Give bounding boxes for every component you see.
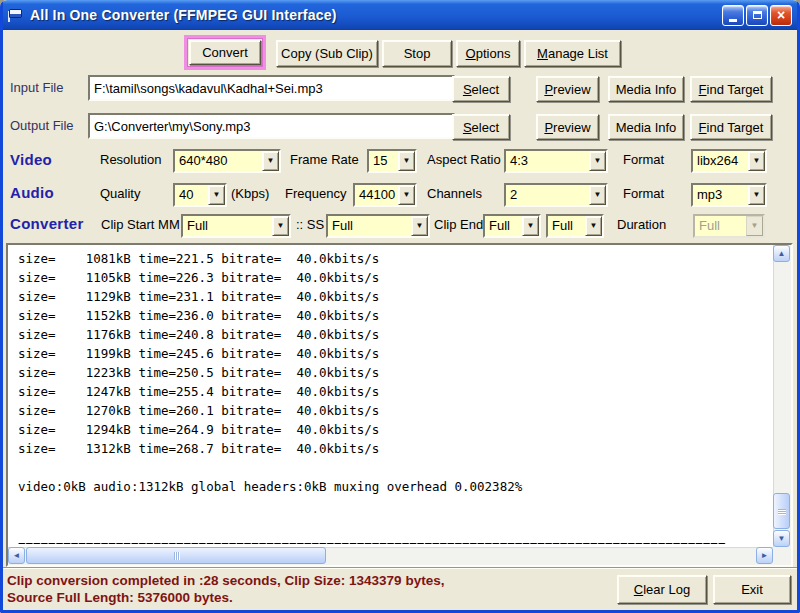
input-preview-button[interactable]: Preview [536,76,599,102]
dropdown-arrow-button[interactable]: ▼ [589,151,606,171]
window-title: All In One Converter (FFMPEG GUI Interfa… [30,7,722,23]
horizontal-scrollbar[interactable]: ◄ ► [8,547,773,565]
thumb-grip-icon [174,552,179,560]
clear-log-button[interactable]: Clear Log [617,575,707,604]
horizontal-scroll-thumb[interactable] [26,547,326,564]
frame-rate-select[interactable]: 15 ▼ [367,149,417,173]
convert-button[interactable]: Convert [189,40,261,65]
dropdown-arrow-button[interactable]: ▼ [748,151,765,171]
convert-highlight: Convert [184,35,266,70]
quality-select[interactable]: 40 ▼ [173,183,227,207]
dropdown-arrow-button[interactable]: ▼ [748,185,765,205]
copy-sub-clip-button[interactable]: Copy (Sub Clip) [276,40,378,67]
statusbar: Clip conversion completed in :28 seconds… [3,568,797,610]
audio-format-label: Format [623,186,664,201]
chevron-down-icon: ▼ [753,191,761,199]
output-file-label: Output File [10,118,74,133]
clip-end-ss-select[interactable]: Full ▼ [546,214,604,238]
thumb-grip-icon [778,509,786,514]
output-media-info-button[interactable]: Media Info [608,114,684,140]
chevron-down-icon: ▼ [594,191,602,199]
vertical-scrollbar[interactable]: ▲ ▼ [773,245,791,547]
video-format-label: Format [623,152,664,167]
status-text: Clip conversion completed in :28 seconds… [7,572,444,606]
chevron-right-icon: ► [761,552,769,560]
scroll-down-button[interactable]: ▼ [773,530,790,547]
scroll-left-button[interactable]: ◄ [8,547,25,564]
scroll-up-button[interactable]: ▲ [773,245,790,262]
ss-label: :: SS [296,217,324,232]
chevron-left-icon: ◄ [13,552,21,560]
titlebar[interactable]: All In One Converter (FFMPEG GUI Interfa… [0,0,800,30]
exit-button[interactable]: Exit [713,575,791,604]
chevron-down-icon: ▼ [527,222,535,230]
dropdown-arrow-button[interactable]: ▼ [272,216,289,236]
resolution-select[interactable]: 640*480 ▼ [173,149,281,173]
duration-select: Full ▼ [693,214,765,238]
dropdown-arrow-button[interactable]: ▼ [398,185,415,205]
chevron-down-icon: ▼ [403,157,411,165]
status-line-1: Clip conversion completed in :28 seconds… [7,572,444,589]
dropdown-arrow-button[interactable]: ▼ [585,216,602,236]
frequency-select[interactable]: 44100 ▼ [353,183,417,207]
dropdown-arrow-button[interactable]: ▼ [262,151,279,171]
output-file-field[interactable] [88,113,455,139]
resolution-label: Resolution [100,152,161,167]
stop-button[interactable]: Stop [382,40,452,67]
chevron-down-icon: ▼ [403,191,411,199]
frame-rate-label: Frame Rate [290,152,359,167]
dropdown-arrow-button[interactable]: ▼ [208,185,225,205]
audio-format-select[interactable]: mp3 ▼ [691,183,767,207]
audio-section-label: Audio [10,184,54,201]
chevron-down-icon: ▼ [416,222,424,230]
vertical-scroll-thumb[interactable] [773,493,790,529]
dropdown-arrow-button[interactable]: ▼ [589,185,606,205]
clip-start-mm-select[interactable]: Full ▼ [181,214,291,238]
input-file-field[interactable] [88,75,455,101]
manage-list-button[interactable]: Manage List [524,40,621,67]
chevron-down-icon: ▼ [267,157,275,165]
close-button[interactable]: × [770,5,792,26]
chevron-down-icon: ▼ [778,535,786,543]
status-line-2: Source Full Length: 5376000 bytes. [7,589,444,606]
close-icon: × [777,8,785,22]
dropdown-arrow-button[interactable]: ▼ [398,151,415,171]
clip-start-mm-label: Clip Start MM [101,217,180,232]
app-icon [8,9,24,22]
video-section-label: Video [10,151,52,168]
scroll-right-button[interactable]: ► [756,547,773,564]
quality-label: Quality [100,186,140,201]
log-area[interactable]: size= 1081kB time=221.5 bitrate= 40.0kbi… [6,243,793,567]
output-find-target-button[interactable]: Find Target [690,114,772,140]
clip-start-ss-select[interactable]: Full ▼ [326,214,430,238]
chevron-down-icon: ▼ [213,191,221,199]
dropdown-arrow-button[interactable]: ▼ [522,216,539,236]
input-select-button[interactable]: Select [452,76,510,102]
options-button[interactable]: Options [456,40,520,67]
output-preview-button[interactable]: Preview [536,114,599,140]
aspect-ratio-select[interactable]: 4:3 ▼ [504,149,608,173]
chevron-down-icon: ▼ [277,222,285,230]
chevron-down-icon: ▼ [590,222,598,230]
dropdown-arrow-button[interactable]: ▼ [411,216,428,236]
frequency-label: Frequency [285,186,346,201]
maximize-button[interactable] [746,5,768,26]
aspect-ratio-label: Aspect Ratio [427,152,501,167]
channels-label: Channels [427,186,482,201]
chevron-down-icon: ▼ [753,157,761,165]
channels-select[interactable]: 2 ▼ [504,183,608,207]
chevron-down-icon: ▼ [594,157,602,165]
minimize-button[interactable] [722,5,744,26]
output-select-button[interactable]: Select [452,114,510,140]
video-format-select[interactable]: libx264 ▼ [691,149,767,173]
minimize-icon [729,19,737,22]
scrollbar-corner [773,547,791,565]
input-media-info-button[interactable]: Media Info [608,76,684,102]
converter-section-label: Converter [10,215,84,232]
input-find-target-button[interactable]: Find Target [690,76,772,102]
chevron-up-icon: ▲ [778,250,786,258]
log-text: size= 1081kB time=221.5 bitrate= 40.0kbi… [10,247,771,545]
duration-label: Duration [617,217,666,232]
clip-end-mm-select[interactable]: Full ▼ [483,214,541,238]
kbps-label: (Kbps) [231,186,269,201]
